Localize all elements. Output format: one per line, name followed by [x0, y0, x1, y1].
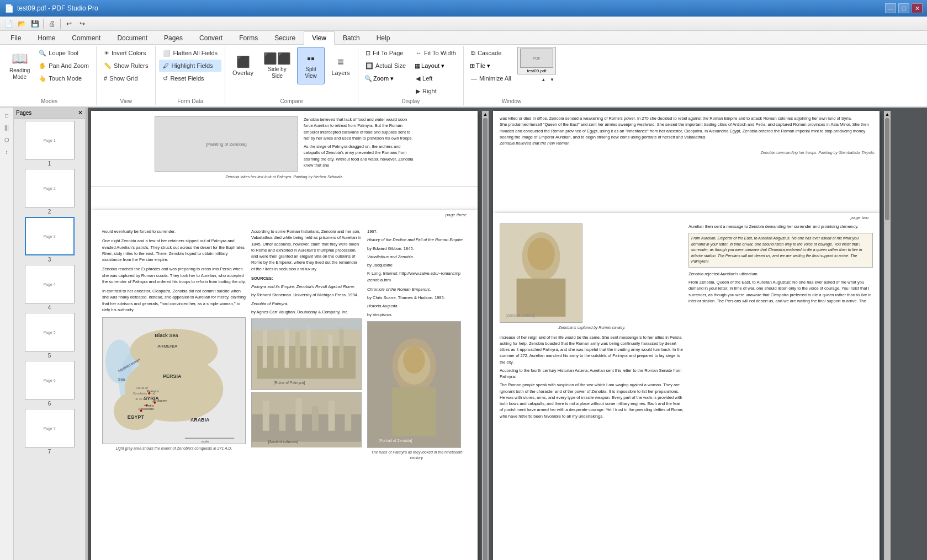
right-button[interactable]: ▶ Right — [412, 85, 460, 97]
close-button[interactable]: ✕ — [912, 3, 923, 13]
tab-pages[interactable]: Pages — [156, 31, 191, 45]
invert-colors-button[interactable]: ☀ Invert Colors — [100, 47, 152, 59]
svg-text:ARABIA: ARABIA — [190, 417, 210, 423]
thumb-num-4: 4 — [48, 305, 51, 311]
display-group: ⊡ Fit To Page 🔲 Actual Size 🔍 Zoom ▾ ↔ — [358, 46, 464, 105]
restore-button[interactable]: □ — [898, 3, 909, 13]
thumb-num-2: 2 — [48, 209, 51, 215]
thumbnail-5[interactable]: Page 5 5 — [16, 313, 83, 359]
tab-help[interactable]: Help — [368, 31, 399, 45]
tab-secure[interactable]: Secure — [266, 31, 304, 45]
right-scrollbar[interactable]: ▲ ▼ — [884, 111, 891, 560]
view-group-label: View — [100, 97, 152, 104]
svg-text:Palmyra: Palmyra — [146, 390, 158, 393]
tab-home[interactable]: Home — [29, 31, 63, 45]
right-page-container: was killed or died in office. Zenobia se… — [493, 111, 880, 560]
tab-file[interactable]: File — [2, 31, 29, 45]
tab-forms[interactable]: Forms — [231, 31, 266, 45]
top-image-caption: Zenobia takes her last look at Palmyra. … — [102, 175, 467, 179]
scroll-up-btn[interactable]: ▲ — [483, 111, 488, 117]
reading-mode-icon: 📖 — [12, 51, 28, 66]
thumb-num-7: 7 — [48, 449, 51, 455]
pan-zoom-button[interactable]: ✋ Pan And Zoom — [35, 60, 93, 72]
page2-header: page two — [493, 213, 880, 220]
right-col2: Aurelian then sent a message to Zenobia … — [688, 223, 873, 419]
window-scroll-up[interactable]: ▲ — [539, 76, 547, 83]
tool-btn-3[interactable]: ⬡ — [1, 134, 12, 145]
right-scroll-up[interactable]: ▲ — [885, 111, 890, 117]
tab-view[interactable]: View — [304, 31, 335, 45]
page3-header: page three — [91, 210, 478, 217]
show-rulers-button[interactable]: 📏 Show Rulers — [100, 60, 152, 72]
svg-rect-36 — [339, 327, 343, 368]
undo-button[interactable]: ↩ — [63, 18, 75, 29]
thumbnail-4[interactable]: Page 4 4 — [16, 265, 83, 311]
tool-btn-2[interactable]: ||| — [1, 122, 12, 133]
highlight-fields-button[interactable]: 🖊 Highlight Fields — [159, 60, 221, 72]
view-group: ☀ Invert Colors 📏 Show Rulers # Show Gri… — [97, 46, 156, 105]
flatten-fields-button[interactable]: ⬜ Flatten All Fields — [159, 47, 221, 59]
toolbar-sep-2 — [60, 19, 61, 29]
svg-rect-34 — [317, 329, 322, 367]
cascade-icon: ⧉ — [471, 50, 475, 57]
reset-fields-button[interactable]: ↺ Reset Fields — [159, 72, 221, 84]
minimize-button[interactable]: — — [885, 3, 896, 13]
layers-button[interactable]: ≡ Layers — [327, 47, 354, 84]
pdf-scrollbar[interactable]: ▲ ▼ — [482, 111, 489, 560]
form-data-group: ⬜ Flatten All Fields 🖊 Highlight Fields … — [156, 46, 225, 105]
right-scroll-thumb[interactable] — [885, 118, 889, 220]
left-button[interactable]: ◀ Left — [412, 72, 460, 84]
panel-close[interactable]: ✕ — [78, 109, 83, 116]
modes-group: 📖 ReadingMode 🔍 Loupe Tool ✋ Pan And Zoo… — [2, 46, 97, 105]
cascade-button[interactable]: ⧉ Cascade — [467, 47, 515, 59]
svg-text:PERSIA: PERSIA — [163, 374, 182, 379]
main-area: □ ||| ⬡ ↕ Pages ✕ Page 1 1 Page 2 2 — [0, 108, 927, 560]
layout-dropdown[interactable]: ▦ Layout ▾ — [412, 60, 460, 72]
thumbnail-7[interactable]: Page 7 7 — [16, 409, 83, 455]
fit-page-icon: ⊡ — [365, 50, 370, 57]
split-label: SplitView — [305, 66, 317, 79]
tab-batch[interactable]: Batch — [335, 31, 368, 45]
new-button[interactable]: 📄 — [2, 18, 14, 29]
window-scroll-down[interactable]: ▼ — [548, 76, 556, 83]
right-page-2: page two [Zenobia portrait] — [493, 213, 880, 560]
split-view-button[interactable]: ▪▪ SplitView — [297, 47, 325, 84]
show-grid-button[interactable]: # Show Grid — [100, 72, 152, 84]
side-icon: ⬛⬛ — [263, 52, 291, 65]
scroll-thumb[interactable] — [483, 118, 488, 560]
reading-mode-button[interactable]: 📖 ReadingMode — [6, 47, 34, 84]
tool-btn-4[interactable]: ↕ — [1, 146, 12, 157]
actual-size-button[interactable]: 🔲 Actual Size — [362, 60, 410, 72]
tab-comment[interactable]: Comment — [63, 31, 109, 45]
fit-to-width-button[interactable]: ↔ Fit To Width — [412, 47, 460, 59]
overlay-button[interactable]: ⬛ Overlay — [229, 47, 257, 84]
page3-columns: would eventually be forced to surrender.… — [91, 217, 478, 472]
thumbnail-2[interactable]: Page 2 2 — [16, 169, 83, 215]
pan-icon: ✋ — [39, 62, 46, 70]
thumbnail-1[interactable]: Page 1 1 — [16, 121, 83, 167]
svg-text:Sea: Sea — [118, 377, 125, 381]
touch-mode-button[interactable]: 👆 Touch Mode — [35, 72, 93, 84]
print-button[interactable]: 🖨 — [46, 18, 58, 29]
minimize-all-button[interactable]: — Minimize All — [467, 72, 515, 84]
svg-rect-51 — [392, 387, 436, 436]
loupe-tool-button[interactable]: 🔍 Loupe Tool — [35, 47, 93, 59]
thumbnail-6[interactable]: Page 6 6 — [16, 361, 83, 407]
tab-document[interactable]: Document — [109, 31, 156, 45]
ribbon-content: 📖 ReadingMode 🔍 Loupe Tool ✋ Pan And Zoo… — [0, 44, 927, 106]
window-thumbnail[interactable]: PDF test09.pdf — [517, 47, 556, 74]
svg-rect-33 — [306, 324, 311, 368]
side-by-side-button[interactable]: ⬛⬛ Side bySide — [259, 47, 295, 84]
pdf-page-top: [Painting of Zenobia] Zenobia believed t… — [91, 111, 478, 210]
left-arrow-icon: ◀ — [416, 75, 420, 82]
open-button[interactable]: 📂 — [15, 18, 28, 29]
fit-to-page-button[interactable]: ⊡ Fit To Page — [362, 47, 410, 59]
svg-text:Jerusalem: Jerusalem — [152, 399, 167, 402]
redo-button[interactable]: ↪ — [76, 18, 88, 29]
tile-dropdown[interactable]: ⊞ Tile ▾ — [467, 60, 515, 72]
save-button[interactable]: 💾 — [29, 18, 41, 29]
tab-convert[interactable]: Convert — [191, 31, 231, 45]
thumbnail-3[interactable]: Page 3 3 — [16, 217, 83, 263]
tool-btn-1[interactable]: □ — [1, 110, 12, 121]
zoom-dropdown[interactable]: 🔍 Zoom ▾ — [362, 72, 410, 84]
